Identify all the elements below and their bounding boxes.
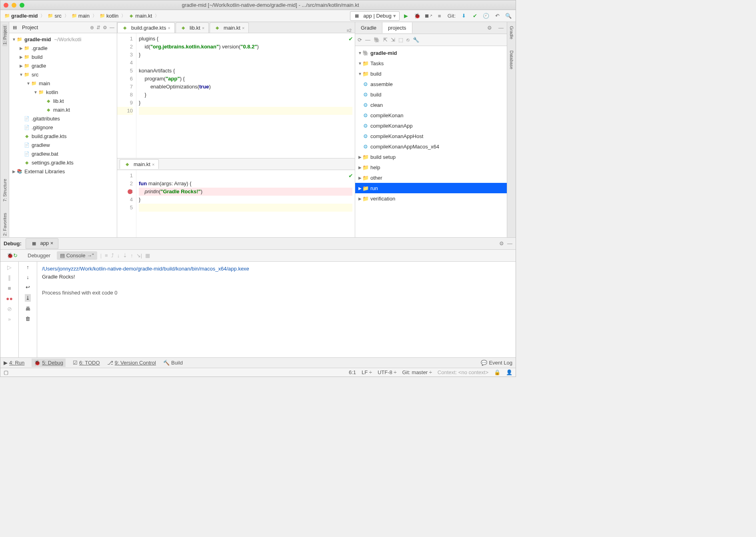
gear-icon[interactable]: ⚙: [103, 25, 107, 30]
breadcrumb-item[interactable]: 📁main: [70, 12, 91, 20]
gradle-tab-projects[interactable]: projects: [382, 22, 412, 33]
tree-node[interactable]: ◆main.kt: [9, 105, 117, 114]
gradle-task[interactable]: ⚙compileKonanAppHost: [355, 131, 507, 141]
pause-icon[interactable]: ‖: [8, 275, 11, 281]
locate-icon[interactable]: ⊕: [90, 25, 94, 30]
commit-button[interactable]: ✔: [470, 11, 480, 21]
line-separator[interactable]: LF ÷: [362, 369, 372, 375]
breadcrumb-item[interactable]: 📁src: [46, 12, 63, 20]
expand-icon[interactable]: ⇱: [383, 37, 388, 43]
hide-icon[interactable]: —: [110, 25, 114, 30]
event-log-button[interactable]: 💬 Event Log: [481, 360, 512, 366]
tree-node[interactable]: ▶📁gradle: [9, 61, 117, 70]
editor-bottom[interactable]: 12345 ✔ fun main(args: Array) { println(…: [117, 170, 355, 237]
tree-node[interactable]: 📄.gitattributes: [9, 114, 117, 123]
minimize-window-icon[interactable]: [12, 3, 16, 8]
gradle-group-verification[interactable]: ▶📁verification: [355, 193, 507, 204]
database-tool-button[interactable]: Database: [509, 49, 514, 71]
gradle-group-run[interactable]: ▶📁run: [355, 183, 507, 193]
tree-node[interactable]: ▼📁kotlin: [9, 88, 117, 96]
gradle-tool-button[interactable]: Gradle: [509, 24, 514, 41]
structure-tool-button[interactable]: 7: Structure: [2, 177, 7, 203]
run-config-selector[interactable]: ▦ app | Debug ▾: [350, 11, 400, 21]
status-icon[interactable]: ▢: [4, 369, 8, 375]
close-tab-icon[interactable]: ×: [202, 26, 204, 30]
tree-node[interactable]: 📄.gitignore: [9, 123, 117, 132]
git-branch[interactable]: Git: master ÷: [402, 369, 432, 375]
step-over-icon[interactable]: ⤴: [111, 252, 114, 258]
context[interactable]: Context: <no context>: [438, 369, 488, 375]
gradle-group-help[interactable]: ▶📁help: [355, 162, 507, 172]
gradle-group-build[interactable]: ▼📁build: [355, 68, 507, 79]
tree-node[interactable]: ◆settings.gradle.kts: [9, 158, 117, 167]
console-output[interactable]: /Users/jonnyzzz/Work/kotlin-native-demo/…: [37, 262, 516, 357]
tree-node[interactable]: ▶📁build: [9, 52, 117, 61]
gradle-tree[interactable]: ▼🐘gradle-mid ▼📁Tasks ▼📁build ⚙assemble⚙b…: [355, 46, 507, 237]
evaluate-icon[interactable]: ▦: [145, 252, 150, 258]
chevron-icon[interactable]: ▼: [33, 90, 38, 94]
scroll-icon[interactable]: ⤓: [25, 294, 31, 302]
tree-node[interactable]: ▼📁main: [9, 79, 117, 88]
history-button[interactable]: 🕘: [481, 11, 491, 21]
step-out-icon[interactable]: ↑: [130, 252, 133, 258]
tree-node[interactable]: ◆build.gradle.kts: [9, 132, 117, 140]
encoding[interactable]: UTF-8 ÷: [378, 369, 397, 375]
breakpoint-icon[interactable]: [128, 189, 132, 194]
build-tool-button[interactable]: 🔨 Build: [163, 360, 183, 366]
profile-button[interactable]: ⏹↗: [424, 11, 433, 21]
stop-button[interactable]: ■: [435, 11, 444, 21]
wrap-icon[interactable]: ↩: [26, 284, 30, 290]
gradle-tab-gradle[interactable]: Gradle: [355, 22, 382, 33]
chevron-icon[interactable]: ▼: [19, 72, 24, 77]
tree-node[interactable]: ◆lib.kt: [9, 96, 117, 105]
force-step-icon[interactable]: ⇣: [123, 252, 127, 258]
chevron-right-icon[interactable]: ▶: [12, 169, 16, 174]
project-panel-title[interactable]: Project: [22, 24, 88, 30]
editor-tab[interactable]: ◆build.gradle.kts×: [117, 22, 175, 33]
search-button[interactable]: 🔍: [504, 11, 513, 21]
gradle-root[interactable]: ▼🐘gradle-mid: [355, 48, 507, 58]
favorites-tool-button[interactable]: 2: Favorites: [2, 211, 7, 237]
hide-icon[interactable]: —: [507, 240, 512, 246]
tree-node[interactable]: ▼📁src: [9, 70, 117, 79]
breadcrumb-item[interactable]: 📁gradle-mid: [3, 12, 39, 20]
chevron-icon[interactable]: ▶: [19, 64, 24, 68]
close-tab-icon[interactable]: ×: [50, 240, 54, 246]
gradle-icon[interactable]: 🐘: [374, 37, 380, 43]
run-to-cursor-icon[interactable]: ↘|: [136, 252, 142, 258]
tree-node[interactable]: 📄gradlew.bat: [9, 149, 117, 158]
tree-node[interactable]: ▶📁.gradle: [9, 44, 117, 52]
rerun-icon[interactable]: 🐞↻: [7, 252, 18, 258]
gradle-task[interactable]: ⚙build: [355, 89, 507, 100]
gradle-task[interactable]: ⚙assemble: [355, 79, 507, 89]
console-tab[interactable]: ▤ Console →": [57, 251, 97, 260]
mute-bp-icon[interactable]: ⊘: [7, 306, 12, 312]
chevron-icon[interactable]: ▶: [19, 46, 24, 50]
chevron-icon[interactable]: ▼: [26, 81, 31, 86]
editor-top[interactable]: 12345678910 ✔plugins { id("org.jetbrains…: [117, 33, 355, 158]
project-tool-button[interactable]: 1: Project: [2, 24, 7, 46]
gradle-task[interactable]: ⚙compileKonanApp: [355, 120, 507, 131]
breadcrumb-item[interactable]: 📁kotlin: [98, 12, 120, 20]
chevron-icon[interactable]: ▶: [19, 55, 24, 59]
tab-info[interactable]: ≡2: [346, 28, 352, 33]
caret-position[interactable]: 6:1: [349, 369, 356, 375]
print-icon[interactable]: 🖶: [25, 306, 30, 312]
editor-tab[interactable]: ◆lib.kt×: [176, 22, 209, 33]
breadcrumb-item[interactable]: ◆main.kt: [127, 12, 154, 20]
lock-icon[interactable]: 🔒: [494, 369, 500, 375]
gutter[interactable]: 12345678910: [117, 33, 136, 158]
tree-node[interactable]: 📄gradlew: [9, 140, 117, 149]
debug-session-tab[interactable]: ▦ app ×: [26, 238, 59, 249]
settings-icon[interactable]: 🔧: [413, 37, 419, 43]
chevron-down-icon[interactable]: ▼: [12, 37, 16, 42]
gradle-tasks-node[interactable]: ▼📁Tasks: [355, 58, 507, 68]
stop-icon[interactable]: ■: [8, 285, 11, 291]
run-tool-button[interactable]: ▶ 4: Run: [4, 360, 24, 366]
step-into-icon[interactable]: ↓: [117, 252, 120, 258]
external-libraries[interactable]: ▶ 📚 External Libraries: [9, 167, 117, 176]
gradle-task[interactable]: ⚙compileKonan: [355, 110, 507, 120]
breakpoints-icon[interactable]: ●●: [6, 295, 13, 302]
collapse-icon[interactable]: ⇵: [96, 25, 100, 30]
resume-icon[interactable]: ▷: [7, 264, 12, 271]
